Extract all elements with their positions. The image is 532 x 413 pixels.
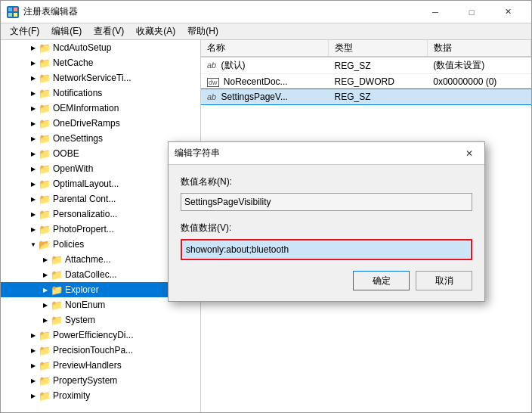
value-data-input[interactable]	[183, 241, 470, 258]
expand-arrow: ▶	[28, 345, 39, 356]
tree-item-ncdautosetup[interactable]: ▶ 📁 NcdAutoSetup	[1, 40, 200, 55]
tree-item-notifications[interactable]: ▶ 📁 Notifications	[1, 85, 200, 101]
dialog-titlebar: 编辑字符串 ✕	[169, 142, 484, 165]
tree-item-netcache[interactable]: ▶ 📁 NetCache	[1, 55, 200, 70]
folder-icon: 📁	[39, 163, 51, 175]
table-row[interactable]: ab SettingsPageV... REG_SZ	[201, 89, 531, 104]
tree-label: Proximity	[53, 390, 90, 401]
registry-table: 名称 类型 数据 ab (默认) REG_SZ	[201, 40, 531, 104]
cancel-button[interactable]: 取消	[416, 271, 472, 290]
menu-edit[interactable]: 编辑(E)	[45, 23, 88, 39]
svg-rect-1	[14, 8, 17, 11]
folder-icon: 📁	[51, 254, 63, 266]
expand-arrow: ▶	[28, 103, 39, 113]
close-button[interactable]: ✕	[490, 1, 525, 23]
folder-icon: 📁	[39, 330, 51, 341]
tree-item-previewhandlers[interactable]: ▶ 📁 PreviewHandlers	[1, 358, 200, 373]
tree-item-precisiontouchpa[interactable]: ▶ 📁 PrecisionTouchPa...	[1, 343, 200, 358]
value-name: SettingsPageV...	[221, 92, 288, 102]
folder-icon: 📁	[51, 284, 63, 296]
tree-item-proximity[interactable]: ▶ 📁 Proximity	[1, 388, 200, 403]
dialog-body: 数值名称(N): 数值数据(V): 确定 取消	[169, 165, 484, 301]
folder-icon: 📁	[39, 390, 51, 402]
tree-label: OneSettings	[53, 133, 103, 144]
folder-icon: 📁	[39, 209, 51, 220]
cell-data: (数值未设置)	[427, 57, 530, 74]
tree-label: PropertySystem	[53, 375, 117, 386]
minimize-button[interactable]: ─	[418, 1, 453, 23]
expand-arrow: ▶	[28, 73, 39, 83]
tree-item-networkserviceti[interactable]: ▶ 📁 NetworkServiceTi...	[1, 70, 200, 85]
cell-name: dw NoRecentDoc...	[201, 74, 329, 89]
tree-label: PrecisionTouchPa...	[53, 345, 133, 356]
folder-icon: 📁	[39, 57, 51, 69]
tree-label: PreviewHandlers	[53, 360, 122, 371]
cell-name: ab (默认)	[201, 57, 329, 74]
folder-icon: 📁	[39, 88, 51, 99]
menu-favorites[interactable]: 收藏夹(A)	[130, 23, 181, 39]
tree-label: PowerEfficiencyDi...	[53, 330, 133, 340]
menu-help[interactable]: 帮助(H)	[181, 23, 224, 39]
dialog-close-button[interactable]: ✕	[460, 145, 478, 162]
expand-arrow: ▶	[28, 57, 39, 68]
expand-arrow: ▶	[28, 375, 39, 386]
menu-bar: 文件(F) 编辑(E) 查看(V) 收藏夹(A) 帮助(H)	[1, 23, 531, 40]
tree-label: PhotoPropert...	[53, 224, 114, 234]
folder-icon: 📁	[39, 42, 51, 54]
expand-arrow: ▶	[40, 315, 51, 325]
expand-arrow: ▼	[28, 239, 39, 250]
cell-type: REG_SZ	[329, 57, 428, 74]
tree-label: NetworkServiceTi...	[53, 73, 131, 83]
value-name: NoRecentDoc...	[224, 76, 288, 87]
expand-arrow: ▶	[28, 163, 39, 174]
tree-item-onedriveramps[interactable]: ▶ 📁 OneDriveRamps	[1, 116, 200, 131]
app-icon	[7, 6, 19, 18]
menu-file[interactable]: 文件(F)	[4, 23, 45, 39]
tree-label: NetCache	[53, 57, 93, 68]
tree-label: Explorer	[65, 284, 99, 295]
tree-label: OptimalLayout...	[53, 179, 119, 189]
tree-label: NonEnum	[65, 300, 105, 310]
expand-arrow: ▶	[28, 209, 39, 219]
value-name: (默认)	[221, 60, 246, 70]
folder-icon: 📁	[51, 300, 63, 311]
tree-item-oeminformation[interactable]: ▶ 📁 OEMInformation	[1, 101, 200, 116]
expand-arrow: ▶	[40, 284, 51, 295]
menu-view[interactable]: 查看(V)	[88, 23, 130, 39]
tree-item-powerefficiencydi[interactable]: ▶ 📁 PowerEfficiencyDi...	[1, 328, 200, 343]
folder-icon: 📁	[51, 315, 63, 326]
expand-arrow: ▶	[28, 330, 39, 340]
tree-label: OOBE	[53, 148, 79, 159]
col-data: 数据	[427, 40, 530, 57]
folder-icon: 📁	[39, 194, 51, 205]
tree-label: NcdAutoSetup	[53, 42, 111, 53]
tree-label: OneDriveRamps	[53, 118, 120, 129]
tree-label: Policies	[53, 239, 84, 250]
value-name-input[interactable]	[181, 193, 472, 211]
folder-icon: 📁	[39, 360, 51, 371]
maximize-button[interactable]: □	[454, 1, 489, 23]
cell-data: 0x00000000 (0)	[427, 74, 530, 89]
tree-item-propertysystem[interactable]: ▶ 📁 PropertySystem	[1, 373, 200, 388]
cell-data	[427, 89, 530, 104]
expand-arrow: ▶	[28, 194, 39, 204]
value-data-label: 数值数据(V):	[181, 222, 472, 234]
tree-item-system[interactable]: ▶ 📁 System	[1, 312, 200, 328]
expand-arrow: ▶	[40, 300, 51, 310]
dialog-buttons: 确定 取消	[181, 271, 472, 290]
expand-arrow: ▶	[28, 360, 39, 371]
cell-type: REG_DWORD	[329, 74, 428, 89]
folder-icon: 📁	[39, 118, 51, 129]
ok-button[interactable]: 确定	[353, 271, 410, 290]
folder-icon: 📁	[39, 133, 51, 144]
svg-rect-0	[8, 8, 12, 11]
window-controls: ─ □ ✕	[418, 1, 525, 23]
cell-type: REG_SZ	[329, 89, 428, 104]
tree-label: Notifications	[53, 88, 102, 98]
table-row[interactable]: ab (默认) REG_SZ (数值未设置)	[201, 57, 531, 74]
dialog-title: 编辑字符串	[175, 147, 460, 160]
table-row[interactable]: dw NoRecentDoc... REG_DWORD 0x00000000 (…	[201, 74, 531, 89]
edit-string-dialog: 编辑字符串 ✕ 数值名称(N): 数值数据(V): 确定 取消	[168, 141, 485, 302]
tree-label: OEMInformation	[53, 103, 119, 113]
expand-arrow: ▶	[28, 148, 39, 159]
